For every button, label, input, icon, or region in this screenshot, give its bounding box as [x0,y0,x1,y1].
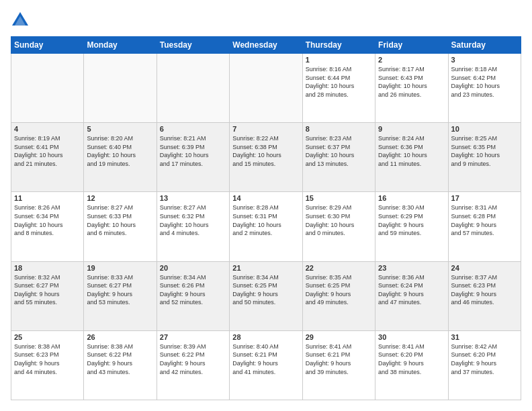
day-info: Sunrise: 8:17 AM Sunset: 6:43 PM Dayligh… [378,65,445,99]
calendar-cell: 3Sunrise: 8:18 AM Sunset: 6:42 PM Daylig… [448,54,521,123]
calendar-cell: 25Sunrise: 8:38 AM Sunset: 6:23 PM Dayli… [11,330,84,400]
day-number: 29 [306,333,372,341]
day-number: 7 [232,125,299,133]
day-info: Sunrise: 8:30 AM Sunset: 6:29 PM Dayligh… [378,203,445,237]
day-info: Sunrise: 8:38 AM Sunset: 6:23 PM Dayligh… [14,342,81,376]
day-info: Sunrise: 8:19 AM Sunset: 6:41 PM Dayligh… [14,134,81,168]
day-info: Sunrise: 8:34 AM Sunset: 6:25 PM Dayligh… [232,273,299,307]
calendar-cell: 21Sunrise: 8:34 AM Sunset: 6:25 PM Dayli… [230,261,302,330]
day-number: 23 [378,264,445,272]
day-number: 5 [87,125,153,133]
calendar-cell: 17Sunrise: 8:31 AM Sunset: 6:28 PM Dayli… [448,192,521,261]
day-header-friday: Friday [375,37,448,54]
day-info: Sunrise: 8:35 AM Sunset: 6:25 PM Dayligh… [306,273,372,307]
day-header-thursday: Thursday [302,37,375,54]
calendar-cell: 14Sunrise: 8:28 AM Sunset: 6:31 PM Dayli… [230,192,302,261]
calendar-cell: 6Sunrise: 8:21 AM Sunset: 6:39 PM Daylig… [157,123,229,192]
day-info: Sunrise: 8:39 AM Sunset: 6:22 PM Dayligh… [160,342,226,376]
calendar-cell: 16Sunrise: 8:30 AM Sunset: 6:29 PM Dayli… [375,192,448,261]
calendar-cell: 10Sunrise: 8:25 AM Sunset: 6:35 PM Dayli… [448,123,521,192]
calendar-week-5: 25Sunrise: 8:38 AM Sunset: 6:23 PM Dayli… [11,330,521,400]
day-number: 13 [160,194,226,202]
day-number: 6 [160,125,226,133]
day-info: Sunrise: 8:21 AM Sunset: 6:39 PM Dayligh… [160,134,226,168]
day-number: 30 [378,333,445,341]
calendar-week-1: 1Sunrise: 8:16 AM Sunset: 6:44 PM Daylig… [11,54,521,123]
day-number: 2 [378,56,445,64]
day-info: Sunrise: 8:40 AM Sunset: 6:21 PM Dayligh… [232,342,299,376]
day-number: 12 [87,194,153,202]
calendar-cell [11,54,84,123]
calendar-cell: 4Sunrise: 8:19 AM Sunset: 6:41 PM Daylig… [11,123,84,192]
day-info: Sunrise: 8:36 AM Sunset: 6:24 PM Dayligh… [378,273,445,307]
day-number: 1 [306,56,372,64]
day-number: 28 [232,333,299,341]
day-info: Sunrise: 8:16 AM Sunset: 6:44 PM Dayligh… [306,65,372,99]
calendar-cell [157,54,229,123]
calendar: SundayMondayTuesdayWednesdayThursdayFrid… [11,36,521,400]
day-number: 27 [160,333,226,341]
calendar-cell [230,54,302,123]
day-number: 3 [451,56,518,64]
day-number: 31 [451,333,518,341]
day-info: Sunrise: 8:37 AM Sunset: 6:23 PM Dayligh… [451,273,518,307]
day-info: Sunrise: 8:20 AM Sunset: 6:40 PM Dayligh… [87,134,153,168]
logo-icon [11,11,30,30]
day-info: Sunrise: 8:24 AM Sunset: 6:36 PM Dayligh… [378,134,445,168]
calendar-cell: 12Sunrise: 8:27 AM Sunset: 6:33 PM Dayli… [84,192,157,261]
calendar-cell: 27Sunrise: 8:39 AM Sunset: 6:22 PM Dayli… [157,330,229,400]
calendar-cell: 9Sunrise: 8:24 AM Sunset: 6:36 PM Daylig… [375,123,448,192]
page: SundayMondayTuesdayWednesdayThursdayFrid… [0,0,532,411]
day-number: 22 [306,264,372,272]
day-info: Sunrise: 8:27 AM Sunset: 6:33 PM Dayligh… [87,203,153,237]
day-number: 19 [87,264,153,272]
calendar-cell: 18Sunrise: 8:32 AM Sunset: 6:27 PM Dayli… [11,261,84,330]
day-info: Sunrise: 8:25 AM Sunset: 6:35 PM Dayligh… [451,134,518,168]
header [11,11,521,30]
day-number: 26 [87,333,153,341]
calendar-cell: 28Sunrise: 8:40 AM Sunset: 6:21 PM Dayli… [230,330,302,400]
calendar-cell: 11Sunrise: 8:26 AM Sunset: 6:34 PM Dayli… [11,192,84,261]
calendar-cell: 20Sunrise: 8:34 AM Sunset: 6:26 PM Dayli… [157,261,229,330]
day-number: 18 [14,264,81,272]
day-info: Sunrise: 8:34 AM Sunset: 6:26 PM Dayligh… [160,273,226,307]
day-info: Sunrise: 8:31 AM Sunset: 6:28 PM Dayligh… [451,203,518,237]
day-info: Sunrise: 8:18 AM Sunset: 6:42 PM Dayligh… [451,65,518,99]
calendar-cell: 15Sunrise: 8:29 AM Sunset: 6:30 PM Dayli… [302,192,375,261]
day-info: Sunrise: 8:42 AM Sunset: 6:20 PM Dayligh… [451,342,518,376]
calendar-cell: 13Sunrise: 8:27 AM Sunset: 6:32 PM Dayli… [157,192,229,261]
day-number: 9 [378,125,445,133]
day-number: 8 [306,125,372,133]
day-number: 17 [451,194,518,202]
calendar-cell: 8Sunrise: 8:23 AM Sunset: 6:37 PM Daylig… [302,123,375,192]
day-number: 24 [451,264,518,272]
day-info: Sunrise: 8:33 AM Sunset: 6:27 PM Dayligh… [87,273,153,307]
calendar-header-row: SundayMondayTuesdayWednesdayThursdayFrid… [11,37,521,54]
calendar-cell: 30Sunrise: 8:41 AM Sunset: 6:20 PM Dayli… [375,330,448,400]
calendar-cell: 31Sunrise: 8:42 AM Sunset: 6:20 PM Dayli… [448,330,521,400]
day-number: 21 [232,264,299,272]
calendar-cell: 7Sunrise: 8:22 AM Sunset: 6:38 PM Daylig… [230,123,302,192]
day-info: Sunrise: 8:38 AM Sunset: 6:22 PM Dayligh… [87,342,153,376]
day-info: Sunrise: 8:29 AM Sunset: 6:30 PM Dayligh… [306,203,372,237]
day-header-tuesday: Tuesday [157,37,229,54]
calendar-cell [84,54,157,123]
day-number: 16 [378,194,445,202]
day-header-monday: Monday [84,37,157,54]
day-number: 11 [14,194,81,202]
day-info: Sunrise: 8:22 AM Sunset: 6:38 PM Dayligh… [232,134,299,168]
day-header-saturday: Saturday [448,37,521,54]
calendar-cell: 1Sunrise: 8:16 AM Sunset: 6:44 PM Daylig… [302,54,375,123]
day-info: Sunrise: 8:26 AM Sunset: 6:34 PM Dayligh… [14,203,81,237]
logo [11,11,32,30]
calendar-cell: 23Sunrise: 8:36 AM Sunset: 6:24 PM Dayli… [375,261,448,330]
day-info: Sunrise: 8:41 AM Sunset: 6:21 PM Dayligh… [306,342,372,376]
calendar-week-3: 11Sunrise: 8:26 AM Sunset: 6:34 PM Dayli… [11,192,521,261]
day-header-sunday: Sunday [11,37,84,54]
day-number: 20 [160,264,226,272]
day-info: Sunrise: 8:41 AM Sunset: 6:20 PM Dayligh… [378,342,445,376]
calendar-cell: 29Sunrise: 8:41 AM Sunset: 6:21 PM Dayli… [302,330,375,400]
calendar-cell: 22Sunrise: 8:35 AM Sunset: 6:25 PM Dayli… [302,261,375,330]
day-number: 14 [232,194,299,202]
calendar-cell: 24Sunrise: 8:37 AM Sunset: 6:23 PM Dayli… [448,261,521,330]
